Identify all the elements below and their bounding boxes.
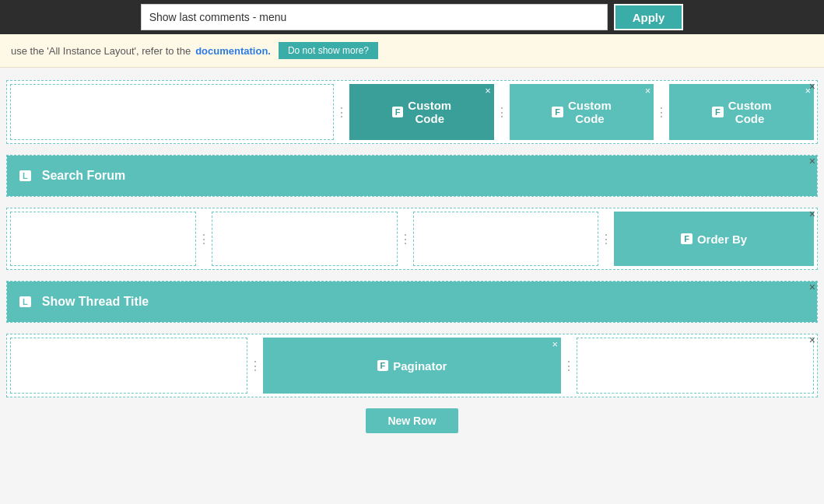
row5-drag-handle-1[interactable]: ⋮	[251, 334, 260, 397]
row3-empty-col-1	[10, 212, 196, 266]
row1-columns: ⋮ × F CustomCode ⋮ × F CustomCode ⋮ × F …	[7, 81, 817, 143]
search-forum-badge: L	[19, 170, 31, 181]
paginator-close[interactable]: ×	[552, 339, 559, 349]
documentation-link[interactable]: documentation.	[195, 45, 271, 57]
row2-full-widget-row: L Search Forum	[7, 156, 817, 196]
row1-close-button[interactable]: ×	[807, 80, 818, 93]
row3-close-button[interactable]: ×	[807, 208, 818, 220]
widget-custom-code-1[interactable]: × F CustomCode	[349, 84, 494, 140]
layout-row-1: × ⋮ × F CustomCode ⋮ × F CustomCode ⋮	[6, 80, 818, 144]
order-by-badge: F	[681, 233, 693, 244]
main-content: × ⋮ × F CustomCode ⋮ × F CustomCode ⋮	[0, 68, 824, 504]
row2-close-button[interactable]: ×	[807, 155, 818, 167]
row3-columns: ⋮ ⋮ ⋮ F Order By	[7, 208, 817, 269]
row3-empty-col-3	[413, 212, 599, 266]
row1-drag-handle-2[interactable]: ⋮	[497, 81, 507, 143]
widget-close-2[interactable]: ×	[645, 86, 651, 96]
apply-button[interactable]: Apply	[614, 4, 684, 30]
new-row-button[interactable]: New Row	[366, 408, 458, 433]
widget-badge-3: F	[712, 107, 724, 117]
paginator-badge: F	[377, 360, 389, 371]
layout-row-2: × L Search Forum	[6, 155, 818, 197]
no-show-button[interactable]: Do not show more?	[279, 42, 378, 59]
order-by-label: Order By	[697, 233, 747, 246]
layout-row-3: × ⋮ ⋮ ⋮ F Order By	[6, 208, 818, 270]
layout-row-5: × ⋮ × F Paginator ⋮	[6, 334, 818, 397]
row5-empty-col-2	[577, 338, 814, 394]
notice-bar: use the 'All Instance Layout', refer to …	[0, 34, 824, 68]
row1-empty-col	[10, 84, 334, 140]
widget-label-2: CustomCode	[568, 99, 612, 125]
row5-drag-handle-2[interactable]: ⋮	[564, 334, 573, 397]
row1-drag-handle-3[interactable]: ⋮	[657, 81, 666, 143]
widget-paginator[interactable]: × F Paginator	[263, 338, 561, 394]
widget-label-3: CustomCode	[728, 99, 772, 125]
widget-label-1: CustomCode	[408, 99, 451, 125]
widget-order-by[interactable]: F Order By	[614, 212, 814, 266]
thread-title-badge: L	[19, 296, 31, 307]
widget-badge-2: F	[552, 107, 563, 117]
new-row-wrapper: New Row	[6, 408, 818, 433]
top-bar: Apply	[0, 0, 824, 34]
notice-text: use the 'All Instance Layout', refer to …	[11, 45, 191, 57]
row3-drag-handle-1[interactable]: ⋮	[199, 208, 209, 269]
paginator-label: Paginator	[393, 359, 447, 373]
row5-empty-col-1	[10, 338, 247, 394]
widget-custom-code-3[interactable]: × F CustomCode	[669, 84, 814, 140]
widget-search-forum[interactable]: L Search Forum	[7, 156, 817, 196]
widget-custom-code-2[interactable]: × F CustomCode	[510, 84, 654, 140]
menu-input[interactable]	[141, 4, 608, 30]
search-forum-label: Search Forum	[42, 169, 126, 183]
row4-full-widget-row: L Show Thread Title	[7, 282, 817, 322]
row4-close-button[interactable]: ×	[807, 281, 818, 293]
row1-drag-handle-1[interactable]: ⋮	[337, 81, 346, 143]
row3-empty-col-2	[212, 212, 398, 266]
widget-badge-1: F	[392, 107, 404, 117]
widget-close-1[interactable]: ×	[485, 86, 491, 96]
row3-drag-handle-3[interactable]: ⋮	[601, 208, 611, 269]
row5-columns: ⋮ × F Paginator ⋮	[7, 334, 817, 397]
row3-drag-handle-2[interactable]: ⋮	[401, 208, 410, 269]
row5-close-button[interactable]: ×	[807, 334, 818, 346]
thread-title-label: Show Thread Title	[42, 295, 149, 309]
widget-show-thread-title[interactable]: L Show Thread Title	[7, 282, 817, 322]
layout-row-4: × L Show Thread Title	[6, 281, 818, 323]
